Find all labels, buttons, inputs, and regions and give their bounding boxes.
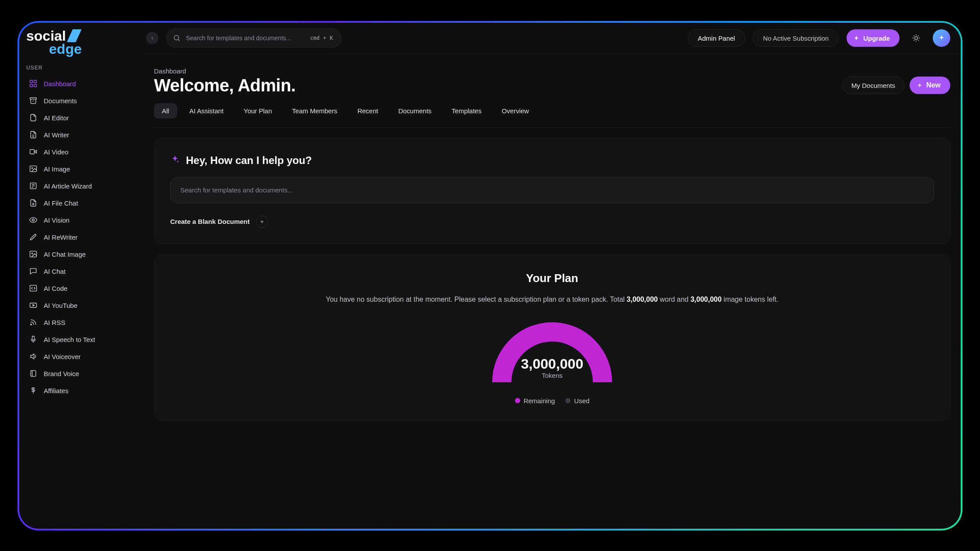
tab-templates[interactable]: Templates xyxy=(444,103,489,119)
assistant-heading: Hey, How can I help you? xyxy=(186,154,312,167)
new-button[interactable]: New xyxy=(910,77,950,94)
sidebar-item-ai-code[interactable]: AI Code xyxy=(19,280,143,297)
logo[interactable]: social edge xyxy=(19,31,143,59)
my-documents-button[interactable]: My Documents xyxy=(842,77,904,94)
sidebar-item-ai-writer[interactable]: AI Writer xyxy=(19,126,143,143)
sidebar-item-label: AI Article Wizard xyxy=(44,182,92,190)
plus-icon xyxy=(917,82,923,88)
sidebar-item-affiliates[interactable]: Affiliates xyxy=(19,382,143,399)
sidebar-item-ai-video[interactable]: AI Video xyxy=(19,143,143,160)
tab-team-members[interactable]: Team Members xyxy=(284,103,345,119)
gauge-legend: Remaining Used xyxy=(170,397,934,405)
tokens-gauge: 3,000,000 Tokens xyxy=(491,321,613,391)
tab-all[interactable]: All xyxy=(154,103,177,119)
svg-point-18 xyxy=(32,253,33,254)
tab-documents[interactable]: Documents xyxy=(390,103,439,119)
sidebar-item-dashboard[interactable]: Dashboard xyxy=(19,75,143,92)
sidebar: social edge USER Dashboard Documents AI … xyxy=(19,23,144,529)
subscription-pill[interactable]: No Active Subscription xyxy=(753,29,839,47)
avatar[interactable] xyxy=(933,29,950,47)
search-shortcut: cmd+K xyxy=(306,35,337,41)
sidebar-item-label: AI Image xyxy=(44,165,70,173)
svg-rect-20 xyxy=(30,303,37,307)
sidebar-item-ai-article-wizard[interactable]: AI Article Wizard xyxy=(19,178,143,195)
sidebar-item-ai-chat-image[interactable]: AI Chat Image xyxy=(19,246,143,263)
plan-card: Your Plan You have no subscription at th… xyxy=(154,255,950,421)
upgrade-label: Upgrade xyxy=(863,35,890,42)
sidebar-item-label: AI ReWriter xyxy=(44,234,77,241)
sidebar-item-ai-speech-to-text[interactable]: AI Speech to Text xyxy=(19,331,143,348)
top-search-bar[interactable]: cmd+K xyxy=(166,28,341,48)
sidebar-item-ai-rewriter[interactable]: AI ReWriter xyxy=(19,229,143,246)
sidebar-item-label: AI YouTube xyxy=(44,302,77,309)
sidebar-item-ai-rss[interactable]: AI RSS xyxy=(19,314,143,331)
svg-rect-2 xyxy=(30,84,33,87)
svg-line-34 xyxy=(914,35,914,36)
admin-panel-button[interactable]: Admin Panel xyxy=(688,29,745,47)
volume-icon xyxy=(29,352,38,361)
tab-recent[interactable]: Recent xyxy=(350,103,386,119)
sidebar-item-ai-voiceover[interactable]: AI Voiceover xyxy=(19,348,143,365)
svg-rect-0 xyxy=(30,80,33,83)
svg-point-29 xyxy=(915,37,918,40)
tab-ai-assistant[interactable]: AI Assistant xyxy=(182,103,231,119)
create-blank-button[interactable] xyxy=(256,216,268,228)
sidebar-item-ai-image[interactable]: AI Image xyxy=(19,160,143,178)
svg-rect-4 xyxy=(30,98,37,99)
file-icon xyxy=(29,113,38,122)
grid-icon xyxy=(29,79,38,88)
assistant-search-input[interactable] xyxy=(180,186,924,194)
chat-icon xyxy=(29,267,38,276)
sidebar-item-ai-youtube[interactable]: AI YouTube xyxy=(19,297,143,314)
sidebar-item-label: Affiliates xyxy=(44,387,68,394)
sidebar-item-label: AI Chat Image xyxy=(44,251,86,258)
assistant-search-container[interactable] xyxy=(170,177,934,203)
svg-rect-8 xyxy=(30,150,35,154)
upgrade-button[interactable]: Upgrade xyxy=(847,29,900,47)
sidebar-item-label: AI File Chat xyxy=(44,199,78,207)
sun-icon xyxy=(912,34,920,42)
gauge-value: 3,000,000 xyxy=(491,357,613,371)
sidebar-item-ai-editor[interactable]: AI Editor xyxy=(19,109,143,126)
svg-point-10 xyxy=(32,167,33,169)
search-input[interactable] xyxy=(186,35,306,42)
logo-text-2: edge xyxy=(26,42,82,56)
image-icon xyxy=(29,164,38,173)
tab-overview[interactable]: Overview xyxy=(494,103,537,119)
sidebar-section-label: USER xyxy=(19,59,143,75)
sidebar-item-label: AI Vision xyxy=(44,216,70,224)
archive-icon xyxy=(29,96,38,105)
sidebar-item-ai-chat[interactable]: AI Chat xyxy=(19,263,143,280)
news-icon xyxy=(29,181,38,190)
new-button-label: New xyxy=(926,81,941,89)
sidebar-item-label: AI Speech to Text xyxy=(44,336,95,343)
svg-point-16 xyxy=(32,219,35,221)
legend-remaining: Remaining xyxy=(515,397,555,405)
dot-used-icon xyxy=(565,398,570,403)
sidebar-item-label: AI Voiceover xyxy=(44,353,80,360)
breadcrumb: Dashboard xyxy=(154,67,950,75)
bolt-icon xyxy=(854,35,860,41)
sidebar-item-brand-voice[interactable]: Brand Voice xyxy=(19,365,143,382)
code-icon xyxy=(29,284,38,293)
sidebar-item-documents[interactable]: Documents xyxy=(19,92,143,109)
svg-rect-24 xyxy=(31,370,36,376)
bookmark-icon xyxy=(29,369,38,378)
svg-line-36 xyxy=(918,35,919,36)
dot-remaining-icon xyxy=(515,398,520,403)
legend-used: Used xyxy=(565,397,589,405)
plus-icon xyxy=(259,219,265,224)
sidebar-item-ai-file-chat[interactable]: AI File Chat xyxy=(19,195,143,212)
theme-toggle-button[interactable] xyxy=(907,29,925,47)
svg-rect-19 xyxy=(30,285,37,291)
svg-rect-22 xyxy=(32,336,35,340)
tab-your-plan[interactable]: Your Plan xyxy=(236,103,280,119)
svg-point-21 xyxy=(31,324,32,325)
tabs: All AI Assistant Your Plan Team Members … xyxy=(154,103,950,128)
svg-rect-1 xyxy=(34,80,37,83)
rss-icon xyxy=(29,318,38,327)
youtube-icon xyxy=(29,301,38,310)
sidebar-item-ai-vision[interactable]: AI Vision xyxy=(19,212,143,229)
collapse-sidebar-button[interactable] xyxy=(146,32,158,44)
plan-description: You have no subscription at the moment. … xyxy=(170,296,934,303)
